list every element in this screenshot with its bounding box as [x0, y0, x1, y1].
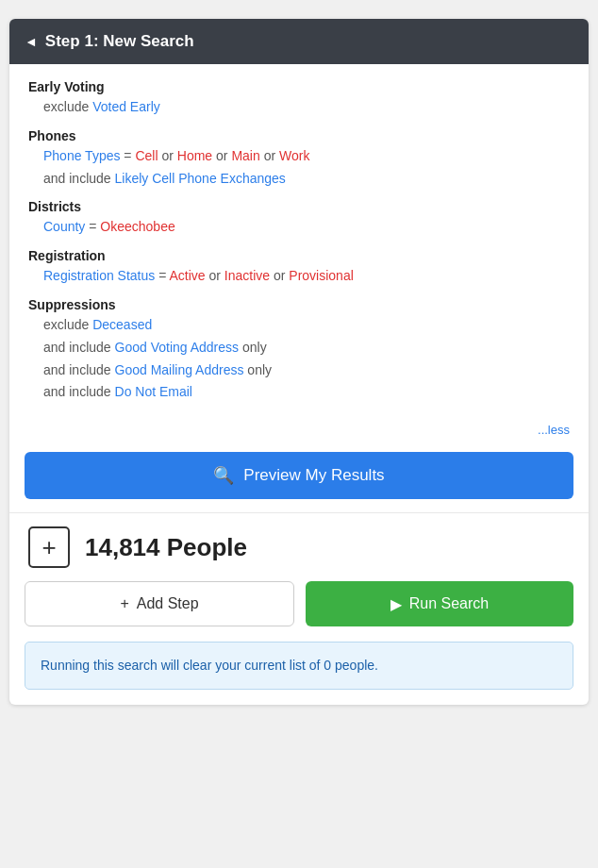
main-container: ◄ Step 1: New Search Early Voting exclud…: [9, 19, 589, 705]
districts-row: County = Okeechobee: [28, 216, 570, 239]
supp-and-include-3: and include: [43, 384, 115, 399]
or4: or: [206, 268, 224, 283]
okeechobee-link[interactable]: Okeechobee: [100, 219, 174, 234]
registration-row: Registration Status = Active or Inactive…: [28, 265, 570, 288]
people-section: + 14,814 People: [9, 512, 589, 581]
early-voting-row: exclude Voted Early: [28, 96, 570, 119]
registration-group: Registration Registration Status = Activ…: [28, 248, 570, 288]
main-link[interactable]: Main: [231, 148, 259, 163]
registration-status-link[interactable]: Registration Status: [43, 268, 155, 283]
or3: or: [260, 148, 279, 163]
supp-and-include-1: and include: [43, 340, 115, 355]
good-voting-link[interactable]: Good Voting Address: [115, 340, 240, 355]
step-title: Step 1: New Search: [45, 32, 194, 51]
search-icon: 🔍: [213, 465, 234, 486]
county-link[interactable]: County: [43, 219, 85, 234]
do-not-email-link[interactable]: Do Not Email: [115, 384, 192, 399]
action-buttons-row: + Add Step ▶ Run Search: [9, 581, 589, 642]
work-link[interactable]: Work: [279, 148, 309, 163]
supp-only-2: only: [243, 362, 272, 377]
criteria-section: Early Voting exclude Voted Early Phones …: [9, 64, 589, 419]
supp-exclude: exclude: [43, 317, 92, 332]
warning-text: Running this search will clear your curr…: [41, 658, 378, 673]
add-step-label: Add Step: [137, 595, 199, 612]
districts-group: Districts County = Okeechobee: [28, 199, 570, 239]
inactive-link[interactable]: Inactive: [224, 268, 270, 283]
provisional-link[interactable]: Provisional: [289, 268, 353, 283]
phone-types-eq: =: [120, 148, 135, 163]
suppressions-row-3: and include Good Mailing Address only: [28, 359, 570, 382]
run-search-icon: ▶: [390, 595, 402, 613]
phones-row-2: and include Likely Cell Phone Exchanges: [28, 168, 570, 191]
run-search-button[interactable]: ▶ Run Search: [306, 581, 573, 626]
county-eq: =: [85, 219, 100, 234]
or5: or: [270, 268, 289, 283]
add-step-icon: +: [120, 595, 128, 612]
deceased-link[interactable]: Deceased: [92, 317, 152, 332]
supp-and-include-2: and include: [43, 362, 115, 377]
phones-label: Phones: [28, 128, 570, 143]
likely-cell-link[interactable]: Likely Cell Phone Exchanges: [115, 171, 286, 186]
plus-icon: +: [42, 533, 56, 562]
step-header: ◄ Step 1: New Search: [9, 19, 589, 64]
voted-early-link[interactable]: Voted Early: [92, 99, 160, 114]
run-search-label: Run Search: [409, 595, 490, 612]
cell-link[interactable]: Cell: [135, 148, 158, 163]
suppressions-row-2: and include Good Voting Address only: [28, 337, 570, 359]
supp-only-1: only: [239, 340, 267, 355]
warning-box: Running this search will clear your curr…: [25, 642, 573, 690]
reg-eq: =: [155, 268, 169, 283]
preview-button-label: Preview My Results: [243, 466, 384, 485]
or2: or: [212, 148, 231, 163]
suppressions-row-1: exclude Deceased: [28, 314, 570, 337]
phones-row-1: Phone Types = Cell or Home or Main or Wo…: [28, 145, 570, 168]
registration-label: Registration: [28, 248, 570, 263]
phone-types-link[interactable]: Phone Types: [43, 148, 120, 163]
suppressions-group: Suppressions exclude Deceased and includ…: [28, 297, 570, 404]
early-voting-text: exclude: [43, 99, 92, 114]
good-mailing-link[interactable]: Good Mailing Address: [115, 362, 244, 377]
plus-box-button[interactable]: +: [28, 526, 70, 568]
people-count: 14,814 People: [85, 533, 247, 562]
or1: or: [158, 148, 177, 163]
suppressions-label: Suppressions: [28, 297, 570, 312]
phones-and-include: and include: [43, 171, 115, 186]
home-link[interactable]: Home: [177, 148, 212, 163]
early-voting-label: Early Voting: [28, 79, 570, 94]
phones-group: Phones Phone Types = Cell or Home or Mai…: [28, 128, 570, 191]
preview-results-button[interactable]: 🔍 Preview My Results: [25, 452, 573, 499]
back-arrow-icon[interactable]: ◄: [25, 34, 38, 49]
add-step-button[interactable]: + Add Step: [25, 581, 294, 626]
suppressions-row-4: and include Do Not Email: [28, 381, 570, 404]
active-link[interactable]: Active: [169, 268, 205, 283]
districts-label: Districts: [28, 199, 570, 214]
early-voting-group: Early Voting exclude Voted Early: [28, 79, 570, 119]
less-link[interactable]: ...less: [9, 419, 589, 446]
